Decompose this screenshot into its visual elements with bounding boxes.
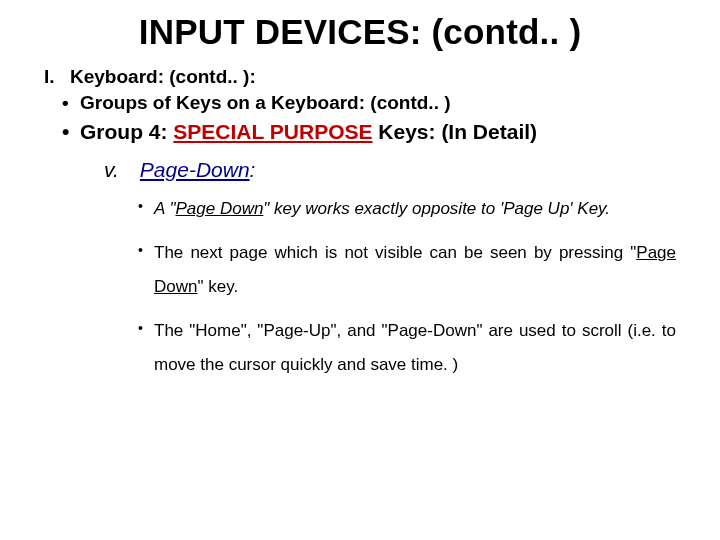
item-underline: Page Down [175,199,263,218]
body-list: • A "Page Down" key works exactly opposi… [138,192,676,382]
bullet-icon: • [62,92,80,114]
slide: INPUT DEVICES: (contd.. ) I.Keyboard: (c… [0,0,720,540]
sub-heading-text: Page-Down [140,158,250,181]
item-rest: " key works exactly opposite to 'Page Up… [263,199,610,218]
group4-heading: •Group 4: SPECIAL PURPOSE Keys: (In Deta… [62,120,676,144]
group4-suffix: Keys: (In Detail) [373,120,538,143]
item-pre: The "Home", "Page-Up", and "Page-Down" a… [154,321,676,374]
outline-level-2: •Groups of Keys on a Keyboard: (contd.. … [62,92,676,114]
bullet-icon: • [62,120,80,144]
list-item: • A "Page Down" key works exactly opposi… [138,192,676,226]
level2-text: Groups of Keys on a Keyboard: (contd.. ) [80,92,451,113]
item-pre: A " [154,199,175,218]
list-item: • The "Home", "Page-Up", and "Page-Down"… [138,314,676,382]
item-pre: The next page which is not visible can b… [154,243,636,262]
sub-roman-numeral: v. [104,158,134,182]
sub-heading: v. Page-Down: [104,158,676,182]
bullet-icon: • [138,236,143,264]
group4-prefix: Group 4: [80,120,173,143]
sub-colon: : [250,158,256,181]
outline-level-1: I.Keyboard: (contd.. ): [44,66,676,88]
bullet-icon: • [138,192,143,220]
list-item: • The next page which is not visible can… [138,236,676,304]
group4-highlight: SPECIAL PURPOSE [173,120,372,143]
bullet-icon: • [138,314,143,342]
level1-text: Keyboard: (contd.. ): [70,66,256,87]
item-rest: " key. [197,277,238,296]
roman-numeral: I. [44,66,70,88]
slide-title: INPUT DEVICES: (contd.. ) [44,12,676,52]
